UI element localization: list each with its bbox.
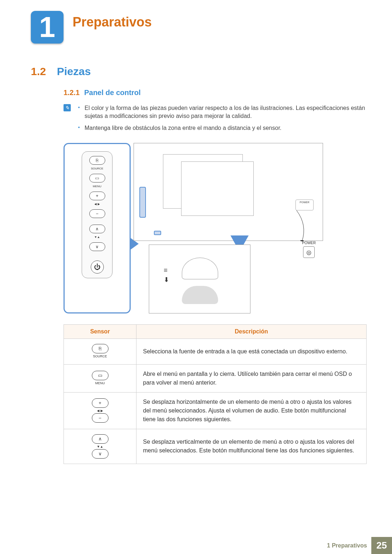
section-number: 1.2 [31,65,46,78]
source-description: Selecciona la fuente de entrada a la que… [136,339,367,365]
power-callout-line [289,210,311,241]
page-footer: 1 Preparativos 25 [0,537,392,554]
subsection-title: Panel de control [84,89,141,97]
updown-description: Se desplaza verticalmente de un elemento… [136,429,367,464]
table-row: ∧ ▼▲ ∨ Se desplaza verticalmente de un e… [64,429,367,464]
down-button-icon: ∨ [92,449,109,459]
table-header-sensor: Sensor [64,325,136,339]
up-button-icon: ∧ [89,225,105,233]
menu-button-icon: ▭ [89,174,105,182]
chapter-number-badge: 1 [31,11,64,44]
footer-page-number: 25 [371,537,392,554]
leftright-label: ◀ ▶ [70,409,130,414]
leftright-label: ◀ ▶ [94,202,99,206]
up-button-icon: ∧ [92,434,109,444]
panel-location-marker [139,187,146,218]
power-port-marker: POWER [295,200,314,210]
sensor-closeup: ≡ ⬇ [149,245,250,313]
section-title: Piezas [57,65,91,78]
power-connector-callout: POWER ◎ [302,241,316,258]
control-panel-diagram: ⎘ SOURCE ▭ MENU + ◀ ▶ − ∧ ▼▲ ∨ ⏻ [64,143,367,313]
source-button-icon: ⎘ [92,344,109,353]
chapter-title: Preparativos [73,15,152,30]
minus-button-icon: − [92,413,109,423]
source-label: SOURCE [91,167,103,170]
note-block: ✎ El color y la forma de las piezas pued… [64,104,367,136]
menu-description: Abre el menú en pantalla y lo cierra. Ut… [136,364,367,392]
power-button-icon: ⏻ [91,260,104,274]
updown-label: ▼▲ [70,444,130,450]
section-heading: 1.2 Piezas [31,65,367,78]
table-row: ▭ MENU Abre el menú en pantalla y lo cie… [64,364,367,392]
power-label: POWER [302,241,316,245]
updown-label: ▼▲ [94,235,100,239]
device-rear-view: POWER [134,143,323,241]
table-row: ⎘ SOURCE Selecciona la fuente de entrada… [64,339,367,365]
down-button-icon: ∨ [89,242,105,251]
table-row: + ◀ ▶ − Se desplaza horizontalmente de u… [64,392,367,429]
subsection-heading: 1.2.1 Panel de control [64,89,367,97]
note-bullet-2: Mantenga libre de obstáculos la zona ent… [78,124,367,132]
controls-table: Sensor Descripción ⎘ SOURCE Selecciona l… [64,324,367,464]
note-bullet-1: El color y la forma de las piezas pueden… [78,104,367,120]
menu-label: MENU [93,185,102,188]
power-jack-icon: ◎ [303,246,315,258]
plusminus-description: Se desplaza horizontalmente de un elemen… [136,392,367,429]
sensor-location-marker [154,231,161,235]
menu-button-icon: ▭ [92,371,109,380]
footer-chapter-label: 1 Preparativos [327,542,371,549]
note-icon: ✎ [64,104,71,111]
minus-button-icon: − [89,209,105,218]
subsection-number: 1.2.1 [64,89,79,97]
source-button-label: SOURCE [70,354,130,359]
control-panel-closeup: ⎘ SOURCE ▭ MENU + ◀ ▶ − ∧ ▼▲ ∨ ⏻ [64,143,131,313]
table-header-description: Descripción [136,325,367,339]
plus-button-icon: + [92,398,109,408]
menu-button-label: MENU [70,381,130,386]
source-button-icon: ⎘ [89,156,105,165]
plus-button-icon: + [89,192,105,200]
